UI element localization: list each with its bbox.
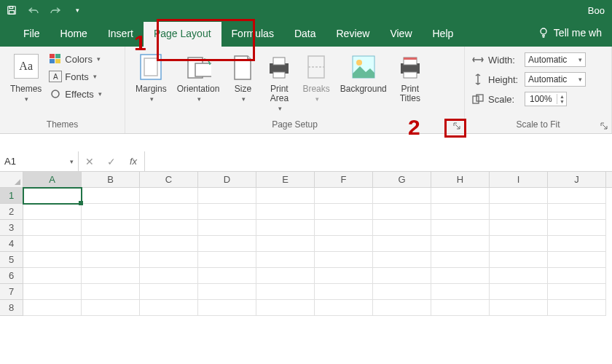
cell-B8[interactable]	[82, 300, 140, 316]
cell-C1[interactable]	[140, 188, 198, 204]
size-button[interactable]: Size▾	[225, 50, 260, 103]
qat-customize[interactable]: ▾	[70, 3, 85, 17]
themes-button[interactable]: Aa Themes ▾	[6, 50, 46, 103]
cell-G4[interactable]	[373, 236, 431, 252]
cell-D4[interactable]	[198, 236, 256, 252]
cell-A4[interactable]	[23, 236, 82, 252]
tab-help[interactable]: Help	[423, 22, 464, 47]
height-dropdown[interactable]: Automatic▾	[525, 72, 586, 87]
effects-button[interactable]: Effects▾	[47, 87, 103, 100]
tab-home[interactable]: Home	[50, 22, 98, 47]
width-dropdown[interactable]: Automatic▾	[525, 52, 586, 67]
cell-A2[interactable]	[23, 204, 82, 220]
cell-D1[interactable]	[198, 188, 256, 204]
tab-review[interactable]: Review	[326, 22, 380, 47]
column-header-J[interactable]: J	[548, 172, 606, 187]
column-header-E[interactable]: E	[256, 172, 315, 187]
margins-button[interactable]: Margins▾	[131, 50, 171, 103]
cell-E4[interactable]	[256, 236, 315, 252]
select-all-corner[interactable]	[0, 172, 23, 187]
row-header-3[interactable]: 3	[0, 220, 23, 236]
scale-spinner[interactable]: 100% ▲▼	[525, 92, 567, 106]
cell-C3[interactable]	[140, 220, 198, 236]
scale-to-fit-dialog-launcher[interactable]	[598, 120, 610, 132]
breaks-button[interactable]: Breaks▾	[298, 50, 334, 103]
cell-A8[interactable]	[23, 300, 82, 316]
column-header-F[interactable]: F	[315, 172, 373, 187]
cell-C5[interactable]	[140, 252, 198, 268]
cell-E5[interactable]	[256, 252, 315, 268]
cell-C6[interactable]	[140, 268, 198, 284]
cell-A3[interactable]	[23, 220, 82, 236]
cell-H6[interactable]	[431, 268, 490, 284]
cell-G1[interactable]	[373, 188, 431, 204]
cell-H7[interactable]	[431, 284, 490, 300]
cell-F5[interactable]	[315, 252, 373, 268]
cell-D3[interactable]	[198, 220, 256, 236]
cell-F3[interactable]	[315, 220, 373, 236]
cell-F4[interactable]	[315, 236, 373, 252]
cell-D2[interactable]	[198, 204, 256, 220]
cell-J6[interactable]	[548, 268, 606, 284]
cell-H2[interactable]	[431, 204, 490, 220]
cell-E2[interactable]	[256, 204, 315, 220]
orientation-button[interactable]: Orientation▾	[173, 50, 224, 103]
formula-input[interactable]	[145, 151, 612, 171]
tell-me-search[interactable]: Tell me wh	[533, 26, 606, 47]
cell-I3[interactable]	[490, 220, 548, 236]
row-header-7[interactable]: 7	[0, 284, 23, 300]
page-setup-dialog-launcher[interactable]	[451, 120, 463, 132]
cell-J1[interactable]	[548, 188, 606, 204]
row-header-2[interactable]: 2	[0, 204, 23, 220]
cell-I1[interactable]	[490, 188, 548, 204]
cell-F2[interactable]	[315, 204, 373, 220]
cell-D5[interactable]	[198, 252, 256, 268]
cell-F6[interactable]	[315, 268, 373, 284]
cell-A7[interactable]	[23, 284, 82, 300]
cell-C7[interactable]	[140, 284, 198, 300]
cell-G7[interactable]	[373, 284, 431, 300]
cancel-formula-button[interactable]: ✕	[79, 156, 101, 167]
cell-B1[interactable]	[82, 188, 140, 204]
cell-H8[interactable]	[431, 300, 490, 316]
row-header-1[interactable]: 1	[0, 188, 23, 204]
print-titles-button[interactable]: Print Titles	[393, 50, 428, 103]
cell-I8[interactable]	[490, 300, 548, 316]
cell-J3[interactable]	[548, 220, 606, 236]
enter-formula-button[interactable]: ✓	[101, 156, 122, 167]
cell-J4[interactable]	[548, 236, 606, 252]
undo-button[interactable]	[26, 3, 41, 17]
cell-F1[interactable]	[315, 188, 373, 204]
cell-G5[interactable]	[373, 252, 431, 268]
cell-G6[interactable]	[373, 268, 431, 284]
cell-H5[interactable]	[431, 252, 490, 268]
cell-I4[interactable]	[490, 236, 548, 252]
cell-D7[interactable]	[198, 284, 256, 300]
cell-E7[interactable]	[256, 284, 315, 300]
print-area-button[interactable]: Print Area▾	[262, 50, 297, 112]
cell-E1[interactable]	[256, 188, 315, 204]
cell-H1[interactable]	[431, 188, 490, 204]
cell-I2[interactable]	[490, 204, 548, 220]
cell-B3[interactable]	[82, 220, 140, 236]
cell-I5[interactable]	[490, 252, 548, 268]
cell-B7[interactable]	[82, 284, 140, 300]
cell-E3[interactable]	[256, 220, 315, 236]
column-header-B[interactable]: B	[82, 172, 140, 187]
cell-H3[interactable]	[431, 220, 490, 236]
cell-J2[interactable]	[548, 204, 606, 220]
cell-F7[interactable]	[315, 284, 373, 300]
row-header-5[interactable]: 5	[0, 252, 23, 268]
cell-B5[interactable]	[82, 252, 140, 268]
cell-D6[interactable]	[198, 268, 256, 284]
cell-F8[interactable]	[315, 300, 373, 316]
cell-B6[interactable]	[82, 268, 140, 284]
tab-formulas[interactable]: Formulas	[221, 22, 284, 47]
cell-G3[interactable]	[373, 220, 431, 236]
column-header-I[interactable]: I	[490, 172, 548, 187]
background-button[interactable]: Background	[336, 50, 391, 94]
cell-J8[interactable]	[548, 300, 606, 316]
row-header-4[interactable]: 4	[0, 236, 23, 252]
tab-insert[interactable]: Insert	[98, 22, 144, 47]
cell-I7[interactable]	[490, 284, 548, 300]
